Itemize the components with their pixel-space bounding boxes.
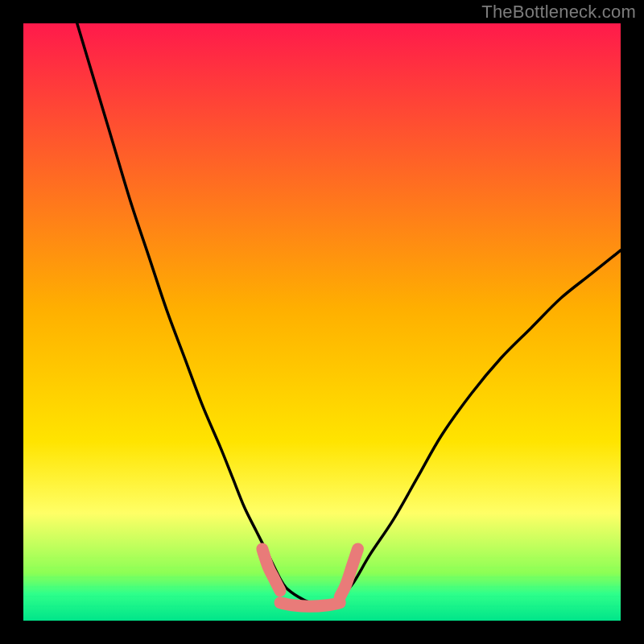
plot-svg: [23, 23, 621, 621]
gradient-background: [23, 23, 621, 621]
watermark-text: TheBottleneck.com: [481, 2, 636, 23]
chart-frame: TheBottleneck.com: [0, 0, 644, 644]
plot-area: [23, 23, 621, 621]
highlight-segment: [280, 603, 340, 606]
